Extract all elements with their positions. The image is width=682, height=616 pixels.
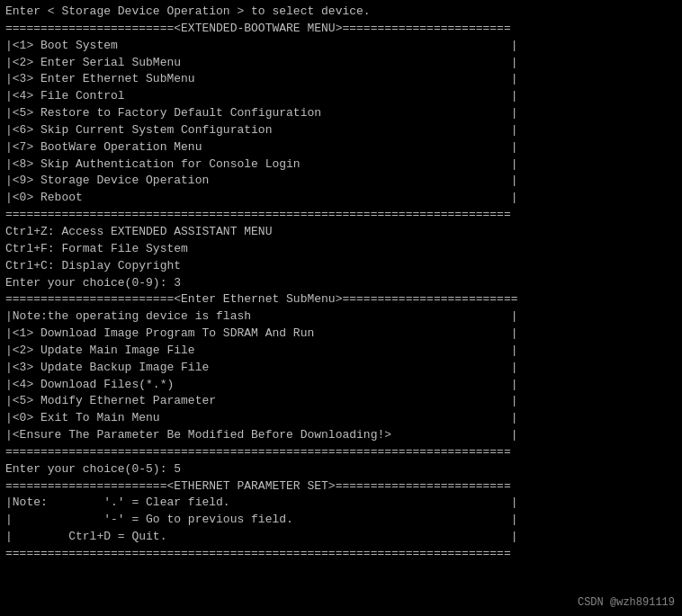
terminal-line: |<4> Download Files(*.*) | xyxy=(5,377,677,394)
terminal-line: |<2> Enter Serial SubMenu | xyxy=(5,55,677,72)
terminal-line: ========================================… xyxy=(5,207,677,224)
terminal-line: |<7> BootWare Operation Menu | xyxy=(5,139,677,156)
terminal-line: |<1> Boot System | xyxy=(5,38,677,55)
terminal-line: =======================<ETHERNET PARAMET… xyxy=(5,478,677,495)
terminal-line: ========================================… xyxy=(5,444,677,461)
terminal-output: Enter < Storage Device Operation > to se… xyxy=(5,4,677,563)
terminal-line: Ctrl+F: Format File System xyxy=(5,241,677,258)
terminal-line: | '-' = Go to previous field. | xyxy=(5,512,677,529)
terminal-line: ========================<Enter Ethernet … xyxy=(5,291,677,308)
terminal-line: |<9> Storage Device Operation | xyxy=(5,173,677,190)
terminal-line: Enter your choice(0-5): 5 xyxy=(5,461,677,478)
terminal-line: Ctrl+C: Display Copyright xyxy=(5,258,677,275)
terminal-line: |<1> Download Image Program To SDRAM And… xyxy=(5,326,677,343)
terminal-line: ========================<EXTENDED-BOOTWA… xyxy=(5,21,677,38)
terminal-line: |<8> Skip Authentication for Console Log… xyxy=(5,156,677,174)
terminal-line: |<Ensure The Parameter Be Modified Befor… xyxy=(5,427,677,444)
terminal-line: Enter < Storage Device Operation > to se… xyxy=(5,4,677,21)
terminal-line: |<0> Exit To Main Menu | xyxy=(5,410,677,427)
terminal-line: |<3> Enter Ethernet SubMenu | xyxy=(5,71,677,88)
terminal-line: | Ctrl+D = Quit. | xyxy=(5,529,677,546)
terminal-line: |Note: '.' = Clear field. | xyxy=(5,495,677,512)
terminal-line: |<5> Modify Ethernet Parameter | xyxy=(5,393,677,410)
terminal-line: ========================================… xyxy=(5,546,677,563)
terminal-line: Enter your choice(0-9): 3 xyxy=(5,275,677,292)
terminal-line: Ctrl+Z: Access EXTENDED ASSISTANT MENU xyxy=(5,224,677,241)
terminal-window: Enter < Storage Device Operation > to se… xyxy=(0,0,682,616)
watermark: CSDN @wzh891119 xyxy=(578,596,675,609)
terminal-line: |<4> File Control | xyxy=(5,88,677,105)
terminal-line: |Note:the operating device is flash | xyxy=(5,308,677,326)
terminal-line: |<3> Update Backup Image File | xyxy=(5,360,677,377)
terminal-line: |<0> Reboot | xyxy=(5,190,677,207)
terminal-line: |<5> Restore to Factory Default Configur… xyxy=(5,105,677,122)
terminal-line: |<6> Skip Current System Configuration | xyxy=(5,122,677,139)
terminal-line: |<2> Update Main Image File | xyxy=(5,343,677,360)
